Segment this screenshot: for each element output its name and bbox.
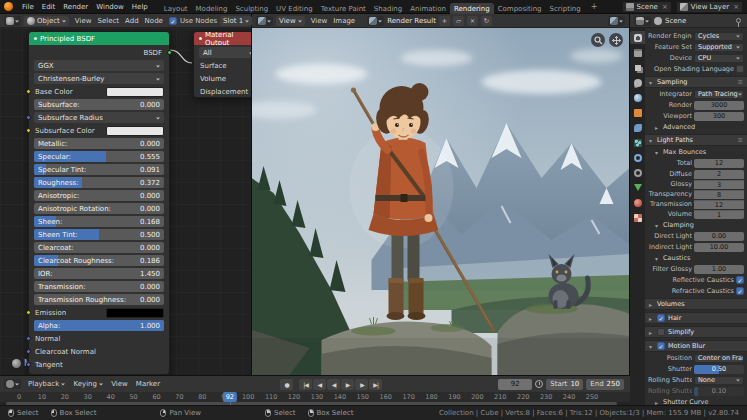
close-icon[interactable]: × bbox=[661, 3, 668, 11]
panel-header-clamping[interactable]: ▾Clamping bbox=[645, 220, 747, 230]
properties-tab-object[interactable] bbox=[630, 106, 645, 119]
panel-header-volumes[interactable]: ▸Volumes bbox=[645, 298, 747, 310]
slot-dropdown[interactable]: Slot 1 bbox=[220, 16, 252, 26]
bsdf-node-header[interactable]: Principled BSDF bbox=[29, 32, 169, 45]
properties-tab-material[interactable] bbox=[630, 196, 645, 209]
zoom-gizmo-button[interactable] bbox=[591, 33, 605, 47]
render-view[interactable] bbox=[252, 28, 629, 375]
device-dropdown[interactable]: CPU bbox=[694, 54, 744, 63]
panel-header-sampling[interactable]: ▾Sampling≡ bbox=[645, 76, 747, 88]
properties-tab-texture[interactable] bbox=[630, 211, 645, 224]
editor-type-dropdown[interactable] bbox=[634, 16, 651, 26]
bsdf-row-specular[interactable]: Specular:0.555 bbox=[34, 151, 164, 162]
bsdf-row-transmission[interactable]: Transmission:0.000 bbox=[34, 281, 164, 292]
position-dropdown[interactable]: Center on Frame bbox=[694, 354, 744, 363]
total-bounces-field[interactable]: 12 bbox=[694, 159, 744, 168]
bsdf-row-specular-tint[interactable]: Specular Tint:0.091 bbox=[34, 164, 164, 175]
bsdf-row-clearcoat[interactable]: Clearcoat:0.000 bbox=[34, 242, 164, 253]
panel-header-hair[interactable]: ▸✓Hair bbox=[645, 312, 747, 324]
render-field[interactable]: 3000 bbox=[694, 101, 744, 110]
bsdf-output-socket-icon[interactable] bbox=[167, 50, 172, 55]
collapse-node-icon[interactable] bbox=[199, 37, 202, 40]
unlink-image-button[interactable]: × bbox=[467, 16, 478, 26]
shader-menu-node[interactable]: Node bbox=[142, 17, 166, 25]
workspace-tab-animation[interactable]: Animation bbox=[406, 3, 450, 14]
object-mode-dropdown[interactable]: Object bbox=[24, 16, 69, 26]
frame-start-field[interactable]: Start 10 bbox=[546, 379, 583, 390]
workspace-tab-layout[interactable]: Layout bbox=[160, 3, 192, 14]
panel-header-light-paths[interactable]: ▾Light Paths≡ bbox=[645, 134, 747, 146]
bsdf-row-christensen-burley[interactable]: Christensen-Burley bbox=[34, 73, 164, 84]
panel-header-max-bounces[interactable]: ▾Max Bounces bbox=[645, 147, 747, 157]
transmission-bounces-field[interactable]: 12 bbox=[694, 200, 744, 209]
editor-type-dropdown[interactable] bbox=[4, 16, 21, 26]
workspace-tab-compositing[interactable]: Compositing bbox=[494, 3, 546, 14]
indirect-light-field[interactable]: 10.00 bbox=[694, 243, 744, 252]
workspace-tab-texture-paint[interactable]: Texture Paint bbox=[317, 3, 370, 14]
workspace-tab-modeling[interactable]: Modeling bbox=[192, 3, 232, 14]
node-canvas[interactable]: Material Principled BSDF BSDF GGXC bbox=[0, 28, 251, 375]
glossy-bounces-field[interactable]: 3 bbox=[694, 180, 744, 189]
bsdf-subsurface-color-socket-icon[interactable] bbox=[26, 128, 31, 133]
feature-set-dropdown[interactable]: Supported bbox=[694, 43, 744, 52]
properties-tab-physics[interactable] bbox=[630, 151, 645, 164]
integrator-dropdown[interactable]: Path Tracing bbox=[694, 90, 744, 99]
bsdf-row-sheen[interactable]: Sheen:0.168 bbox=[34, 216, 164, 227]
workspace-tab-uv-editing[interactable]: UV Editing bbox=[272, 3, 317, 14]
bsdf-row-anisotropic-rotation[interactable]: Anisotropic Rotation:0.000 bbox=[34, 203, 164, 214]
properties-tab-particles[interactable] bbox=[630, 136, 645, 149]
volume-bounces-field[interactable]: 1 bbox=[694, 210, 744, 219]
next-keyframe-button[interactable]: ·▶ bbox=[355, 379, 368, 390]
image-menu-view[interactable]: View bbox=[308, 17, 331, 25]
auto-key-button[interactable]: ● bbox=[280, 379, 293, 390]
menu-render[interactable]: Render bbox=[59, 3, 92, 11]
image-datablock-dropdown[interactable] bbox=[367, 16, 384, 26]
bsdf-row-metallic[interactable]: Metallic:0.000 bbox=[34, 138, 164, 149]
menu-help[interactable]: Help bbox=[128, 3, 152, 11]
menu-edit[interactable]: Edit bbox=[38, 3, 60, 11]
shader-menu-add[interactable]: Add bbox=[122, 17, 142, 25]
open-shading-language-checkbox[interactable] bbox=[736, 65, 744, 73]
panel-header-motion-blur[interactable]: ▾✓Motion Blur bbox=[645, 340, 747, 352]
material-output-node[interactable]: Material Output All SurfaceVolumeDisplac… bbox=[193, 31, 251, 98]
editor-type-dropdown[interactable] bbox=[256, 16, 273, 26]
rolling-shutter-dropdown[interactable]: None bbox=[694, 376, 744, 385]
timeline-ruler[interactable]: 0102030405060708090100110120130140150160… bbox=[0, 392, 630, 405]
render-engine-dropdown[interactable]: Cycles bbox=[694, 32, 744, 41]
bsdf-row-sheen-tint[interactable]: Sheen Tint:0.500 bbox=[34, 229, 164, 240]
scene-selector[interactable]: Scene × bbox=[622, 1, 672, 13]
panel-header-advanced[interactable]: ▸Advanced bbox=[645, 122, 747, 132]
prev-keyframe-button[interactable]: ◀· bbox=[313, 379, 326, 390]
bsdf-row-subsurface[interactable]: Subsurface:0.000 bbox=[34, 99, 164, 110]
blender-logo-icon[interactable] bbox=[4, 2, 13, 11]
properties-tab-modifiers[interactable] bbox=[630, 121, 645, 134]
bsdf-clearcoat-normal-socket-icon[interactable] bbox=[26, 349, 31, 354]
reflective-caustics-checkbox[interactable]: ✓ bbox=[736, 276, 744, 284]
output-target-dropdown[interactable]: All bbox=[199, 47, 251, 58]
new-image-button[interactable]: + bbox=[439, 16, 450, 26]
workspace-tab-scripting[interactable]: Scripting bbox=[546, 3, 585, 14]
rolling-shutter-dur-slider[interactable]: 0.10 bbox=[694, 387, 744, 396]
play-button[interactable]: ▶ bbox=[341, 379, 354, 390]
collapse-node-icon[interactable] bbox=[34, 37, 37, 40]
principled-bsdf-node[interactable]: Principled BSDF BSDF GGXChristensen-Burl… bbox=[28, 31, 170, 375]
bsdf-row-subsurface-radius[interactable]: Subsurface Radius bbox=[34, 112, 164, 123]
bsdf-normal-socket-icon[interactable] bbox=[26, 336, 31, 341]
shutter-slider[interactable]: 0.50 bbox=[694, 365, 744, 374]
pan-gizmo-button[interactable] bbox=[609, 33, 623, 47]
bsdf-emission-socket-icon[interactable] bbox=[26, 310, 31, 315]
viewport-field[interactable]: 300 bbox=[694, 112, 744, 121]
timeline-menu-marker[interactable]: Marker bbox=[132, 380, 164, 388]
bsdf-row-anisotropic[interactable]: Anisotropic:0.000 bbox=[34, 190, 164, 201]
transparency-bounces-field[interactable]: 8 bbox=[694, 190, 744, 199]
direct-light-field[interactable]: 0.00 bbox=[694, 232, 744, 241]
panel-simplify-checkbox[interactable] bbox=[657, 328, 665, 336]
refractive-caustics-checkbox[interactable]: ✓ bbox=[736, 287, 744, 295]
menu-file[interactable]: File bbox=[18, 3, 38, 11]
color-swatch[interactable] bbox=[106, 87, 164, 97]
properties-tab-world[interactable] bbox=[630, 91, 645, 104]
add-workspace-button[interactable]: + bbox=[587, 1, 602, 12]
jump-start-button[interactable]: |◀ bbox=[299, 379, 312, 390]
properties-tab-scene[interactable] bbox=[630, 76, 645, 89]
diffuse-bounces-field[interactable]: 2 bbox=[694, 170, 744, 179]
